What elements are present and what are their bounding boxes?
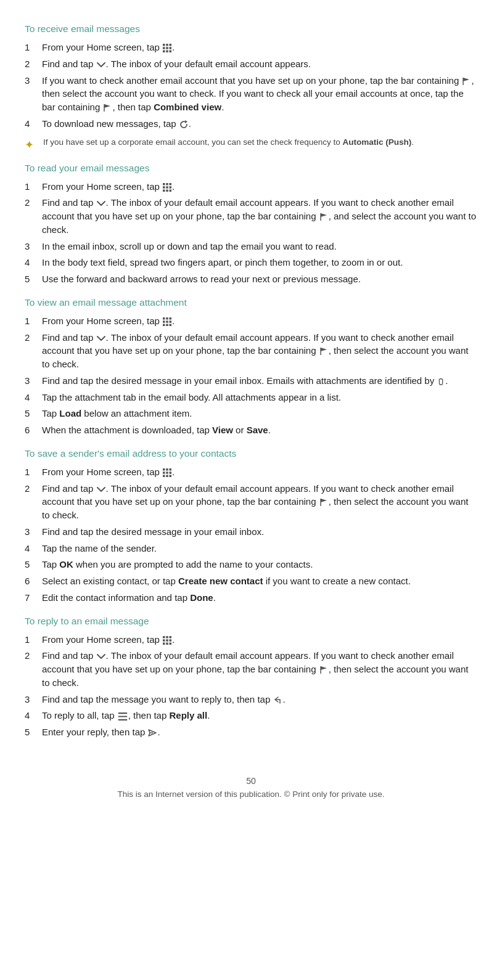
step-num: 5	[25, 272, 42, 286]
step-num: 1	[25, 465, 42, 479]
step-text: From your Home screen, tap .	[42, 180, 477, 194]
section-title-attachment: To view an email message attachment	[25, 297, 477, 308]
tip-text-receive: If you have set up a corporate email acc…	[43, 137, 414, 149]
step-num: 2	[25, 57, 42, 71]
step-num: 3	[25, 525, 42, 539]
step-reply-4: 4 To reply to all, tap , then tap Reply …	[25, 709, 477, 722]
step-text: Tap OK when you are prompted to add the …	[42, 558, 477, 571]
step-num: 3	[25, 74, 42, 88]
step-reply-2: 2 Find and tap . The inbox of your defau…	[25, 649, 477, 689]
section-read: To read your email messages 1 From your …	[25, 163, 477, 286]
section-reply: To reply to an email message 1 From your…	[25, 616, 477, 739]
section-attachment: To view an email message attachment 1 Fr…	[25, 297, 477, 437]
step-text: Find and tap . The inbox of your default…	[42, 331, 477, 371]
steps-reply: 1 From your Home screen, tap . 2 Find an…	[25, 633, 477, 739]
step-save-5: 5 Tap OK when you are prompted to add th…	[25, 558, 477, 571]
step-save-3: 3 Find and tap the desired message in yo…	[25, 525, 477, 539]
step-read-1: 1 From your Home screen, tap .	[25, 180, 477, 194]
step-num: 4	[25, 391, 42, 404]
step-num: 5	[25, 725, 42, 739]
step-text: To download new messages, tap .	[42, 117, 477, 131]
section-title-save-sender: To save a sender's email address to your…	[25, 448, 477, 459]
step-num: 5	[25, 558, 42, 571]
step-num: 7	[25, 591, 42, 605]
page-footer: 50 This is an Internet version of this p…	[25, 776, 477, 799]
step-attach-6: 6 When the attachment is downloaded, tap…	[25, 423, 477, 437]
footer-note: This is an Internet version of this publ…	[117, 790, 384, 799]
step-text: If you want to check another email accou…	[42, 74, 477, 114]
step-num: 6	[25, 574, 42, 588]
steps-attachment: 1 From your Home screen, tap . 2 Find an…	[25, 314, 477, 437]
step-text: Find and tap the desired message in your…	[42, 374, 477, 388]
tip-bulb-icon: ✦	[25, 138, 38, 152]
step-text: When the attachment is downloaded, tap V…	[42, 423, 477, 437]
step-text: In the email inbox, scroll up or down an…	[42, 240, 477, 253]
step-read-3: 3 In the email inbox, scroll up or down …	[25, 240, 477, 253]
step-text: Find and tap . The inbox of your default…	[42, 649, 477, 689]
step-text: Edit the contact information and tap Don…	[42, 591, 477, 605]
step-read-2: 2 Find and tap . The inbox of your defau…	[25, 196, 477, 236]
step-text: Find and tap . The inbox of your default…	[42, 196, 477, 236]
steps-receive: 1 From your Home screen, tap . 2 Find an…	[25, 41, 477, 131]
step-text: From your Home screen, tap .	[42, 465, 477, 479]
step-receive-3: 3 If you want to check another email acc…	[25, 74, 477, 114]
step-text: Find and tap . The inbox of your default…	[42, 57, 477, 71]
step-text: In the body text field, spread two finge…	[42, 256, 477, 269]
step-num: 4	[25, 709, 42, 722]
step-attach-5: 5 Tap Load below an attachment item.	[25, 407, 477, 420]
tip-receive: ✦ If you have set up a corporate email a…	[25, 137, 477, 152]
step-reply-3: 3 Find and tap the message you want to r…	[25, 693, 477, 706]
step-num: 1	[25, 314, 42, 328]
steps-read: 1 From your Home screen, tap . 2 Find an…	[25, 180, 477, 286]
step-read-4: 4 In the body text field, spread two fin…	[25, 256, 477, 269]
step-text: Use the forward and backward arrows to r…	[42, 272, 477, 286]
page-number: 50	[25, 776, 477, 786]
step-read-5: 5 Use the forward and backward arrows to…	[25, 272, 477, 286]
step-num: 2	[25, 482, 42, 496]
step-text: To reply to all, tap , then tap Reply al…	[42, 709, 477, 722]
step-receive-4: 4 To download new messages, tap .	[25, 117, 477, 131]
step-text: Select an existing contact, or tap Creat…	[42, 574, 477, 588]
page-content: To receive email messages 1 From your Ho…	[25, 23, 477, 799]
step-save-2: 2 Find and tap . The inbox of your defau…	[25, 482, 477, 522]
step-num: 3	[25, 374, 42, 388]
step-receive-2: 2 Find and tap . The inbox of your defau…	[25, 57, 477, 71]
step-text: Find and tap . The inbox of your default…	[42, 482, 477, 522]
step-attach-1: 1 From your Home screen, tap .	[25, 314, 477, 328]
section-save-sender: To save a sender's email address to your…	[25, 448, 477, 605]
step-text: From your Home screen, tap .	[42, 314, 477, 328]
step-num: 6	[25, 423, 42, 437]
step-save-1: 1 From your Home screen, tap .	[25, 465, 477, 479]
step-text: From your Home screen, tap .	[42, 41, 477, 54]
step-attach-3: 3 Find and tap the desired message in yo…	[25, 374, 477, 388]
step-num: 2	[25, 649, 42, 663]
step-reply-5: 5 Enter your reply, then tap .	[25, 725, 477, 739]
step-save-4: 4 Tap the name of the sender.	[25, 542, 477, 555]
step-num: 2	[25, 196, 42, 210]
section-title-read: To read your email messages	[25, 163, 477, 174]
step-save-7: 7 Edit the contact information and tap D…	[25, 591, 477, 605]
step-text: Enter your reply, then tap .	[42, 725, 477, 739]
section-title-receive: To receive email messages	[25, 23, 477, 35]
step-reply-1: 1 From your Home screen, tap .	[25, 633, 477, 647]
step-num: 1	[25, 633, 42, 647]
section-title-reply: To reply to an email message	[25, 616, 477, 627]
step-text: Tap Load below an attachment item.	[42, 407, 477, 420]
step-num: 4	[25, 256, 42, 269]
step-text: Tap the name of the sender.	[42, 542, 477, 555]
step-save-6: 6 Select an existing contact, or tap Cre…	[25, 574, 477, 588]
step-num: 4	[25, 117, 42, 131]
step-receive-1: 1 From your Home screen, tap .	[25, 41, 477, 54]
step-num: 4	[25, 542, 42, 555]
step-num: 3	[25, 240, 42, 253]
section-receive: To receive email messages 1 From your Ho…	[25, 23, 477, 152]
steps-save-sender: 1 From your Home screen, tap . 2 Find an…	[25, 465, 477, 605]
step-text: From your Home screen, tap .	[42, 633, 477, 647]
step-num: 2	[25, 331, 42, 345]
step-text: Find and tap the desired message in your…	[42, 525, 477, 539]
step-num: 3	[25, 693, 42, 706]
step-num: 5	[25, 407, 42, 420]
step-num: 1	[25, 41, 42, 54]
step-text: Find and tap the message you want to rep…	[42, 693, 477, 706]
step-num: 1	[25, 180, 42, 194]
